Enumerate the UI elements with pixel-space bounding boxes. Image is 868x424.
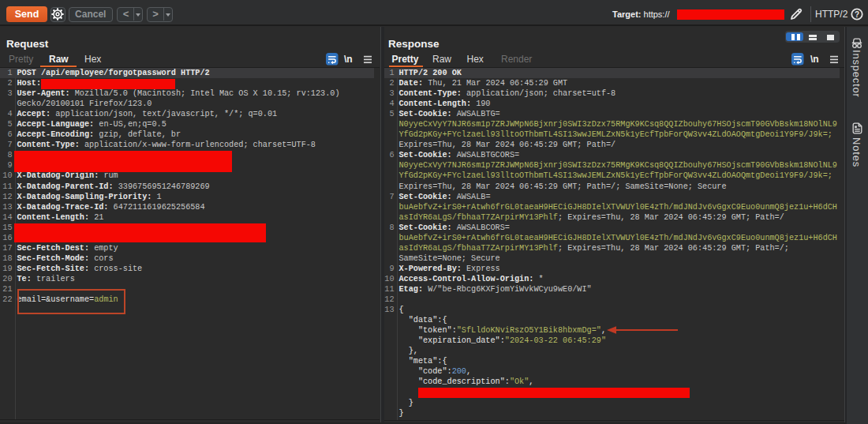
svg-text:?: ? xyxy=(855,10,859,19)
